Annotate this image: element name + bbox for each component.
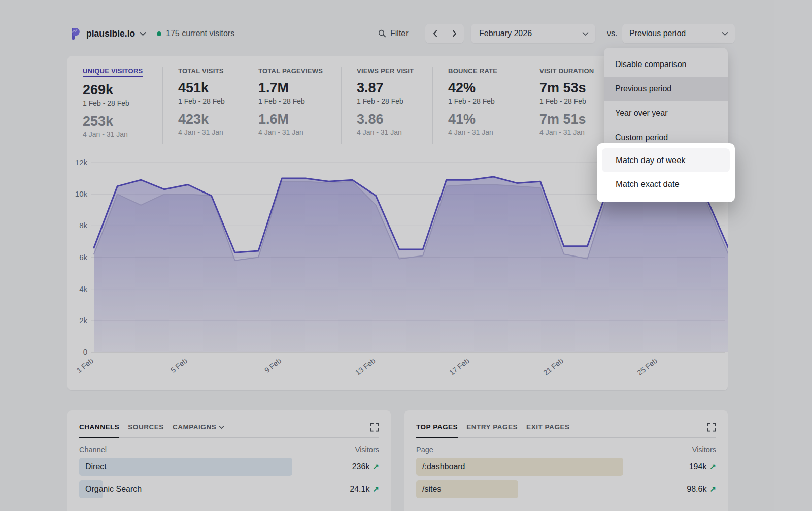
submenu-item-match-day-of-week[interactable]: Match day of week [602,148,730,172]
submenu-item-match-exact-date[interactable]: Match exact date [602,172,730,196]
match-submenu: Match day of weekMatch exact date [597,143,735,202]
dim-overlay [0,0,812,511]
plausible-dashboard: plausible.io 175 current visitors Filter [0,0,812,511]
